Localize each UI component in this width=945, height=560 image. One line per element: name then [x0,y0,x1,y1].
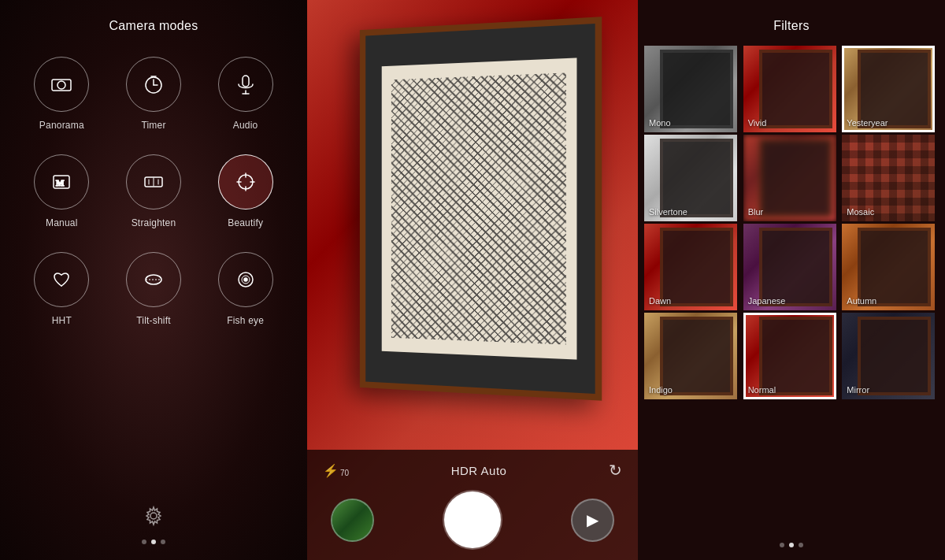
panorama-icon [50,73,72,95]
camera-bottom-bar: ⚡ 70 HDR Auto ↻ ▶ [307,450,638,560]
mode-timer[interactable]: Timer [116,57,192,131]
hht-label: HHT [52,315,72,326]
filter-artwork-silvertone [660,139,733,217]
camera-modes-panel: Camera modes Panorama Timer [0,0,307,560]
filter-silvertone-label: Silvertone [649,207,687,217]
dot-2 [151,540,156,544]
fisheye-label: Fish eye [227,315,264,326]
filters-panel: Filters Mono Vivid Yesteryear [638,0,945,560]
filter-mosaic-label: Mosaic [847,207,874,217]
gear-icon [143,505,165,527]
filter-vivid[interactable]: Vivid [743,46,836,132]
timer-label: Timer [141,120,165,131]
video-icon: ▶ [587,510,598,529]
filters-dots [780,543,803,547]
straighten-icon-circle [126,154,181,210]
rotate-camera-icon[interactable]: ↻ [609,461,622,480]
gallery-thumbnail[interactable] [331,499,374,542]
settings-area [142,505,165,544]
filters-title: Filters [773,19,810,33]
filter-mono[interactable]: Mono [644,46,737,132]
mode-hht[interactable]: HHT [24,252,100,326]
filter-autumn-label: Autumn [847,296,876,306]
mode-fisheye[interactable]: Fish eye [207,252,284,326]
filter-dot-3 [799,543,803,547]
camera-modes-title: Camera modes [109,19,198,33]
manual-icon: M [50,171,72,193]
mode-panorama[interactable]: Panorama [24,57,100,131]
hdr-mode-label[interactable]: HDR Auto [451,464,507,477]
filter-artwork-blur [759,139,832,217]
svg-point-24 [244,278,247,281]
tiltshift-icon-circle [126,252,181,307]
audio-icon [235,73,257,95]
mode-audio[interactable]: Audio [207,57,284,131]
video-button[interactable]: ▶ [571,499,614,542]
filter-blur[interactable]: Blur [743,135,836,221]
filter-artwork-vivid [759,50,832,128]
artwork-mat [365,24,595,394]
filter-dot-2 [789,543,794,547]
manual-label: Manual [46,217,78,228]
modes-grid: Panorama Timer [0,57,307,326]
mode-tiltshift[interactable]: Tilt-shift [116,252,192,326]
filter-artwork-japanese [759,228,832,306]
camera-viewfinder-panel: ⚡ 70 HDR Auto ↻ ▶ [307,0,638,560]
filter-artwork-normal [759,317,832,395]
hdr-bar: ⚡ 70 HDR Auto ↻ [307,450,638,488]
beautify-icon-circle [218,154,273,210]
capture-row: ▶ [307,488,638,556]
artwork-drawing [391,73,566,344]
svg-rect-6 [243,76,249,87]
filter-artwork-autumn [858,228,931,306]
filter-yesteryear[interactable]: Yesteryear [842,46,935,132]
filter-dawn[interactable]: Dawn [644,224,737,310]
straighten-label: Straighten [132,217,176,228]
audio-label: Audio [233,120,258,131]
filter-mirror-label: Mirror [847,385,869,395]
mode-beautify[interactable]: Beautify [207,154,284,228]
filter-artwork-indigo [660,317,733,395]
flash-control[interactable]: ⚡ 70 [323,463,349,478]
svg-point-25 [150,513,157,519]
straighten-icon [143,171,165,193]
timer-icon-circle [126,57,181,112]
tiltshift-label: Tilt-shift [136,315,171,326]
filter-indigo-label: Indigo [649,385,673,395]
filter-vivid-label: Vivid [748,118,767,128]
timer-icon [143,73,165,95]
mode-straighten[interactable]: Straighten [116,154,192,228]
capture-button[interactable] [444,491,501,548]
filter-artwork-mirror [858,317,931,395]
filter-yesteryear-label: Yesteryear [847,118,888,128]
dot-1 [142,540,146,544]
panorama-icon-circle [34,57,89,112]
svg-point-1 [57,81,65,89]
hht-icon [50,269,72,291]
dot-3 [161,540,165,544]
flash-number: 70 [340,469,349,477]
filter-dawn-label: Dawn [649,296,671,306]
hht-icon-circle [34,252,89,307]
filter-indigo[interactable]: Indigo [644,313,737,399]
filter-japanese[interactable]: Japanese [743,224,836,310]
filter-normal-label: Normal [748,385,776,395]
filter-silvertone[interactable]: Silvertone [644,135,737,221]
settings-icon[interactable] [143,505,165,527]
fisheye-icon-circle [218,252,273,307]
filter-normal[interactable]: Normal [743,313,836,399]
filter-mosaic[interactable]: Mosaic [842,135,935,221]
filter-mirror[interactable]: Mirror [842,313,935,399]
svg-text:M: M [56,178,65,187]
audio-icon-circle [218,57,273,112]
thumbnail-image [332,500,372,540]
beautify-label: Beautify [228,217,263,228]
mode-manual[interactable]: M Manual [24,154,100,228]
artwork-frame [360,17,602,401]
lightning-icon: ⚡ [323,463,339,478]
tiltshift-icon [143,269,165,291]
filter-artwork-dawn [660,228,733,306]
beautify-icon [235,171,257,193]
filter-autumn[interactable]: Autumn [842,224,935,310]
filter-dot-1 [780,543,784,547]
